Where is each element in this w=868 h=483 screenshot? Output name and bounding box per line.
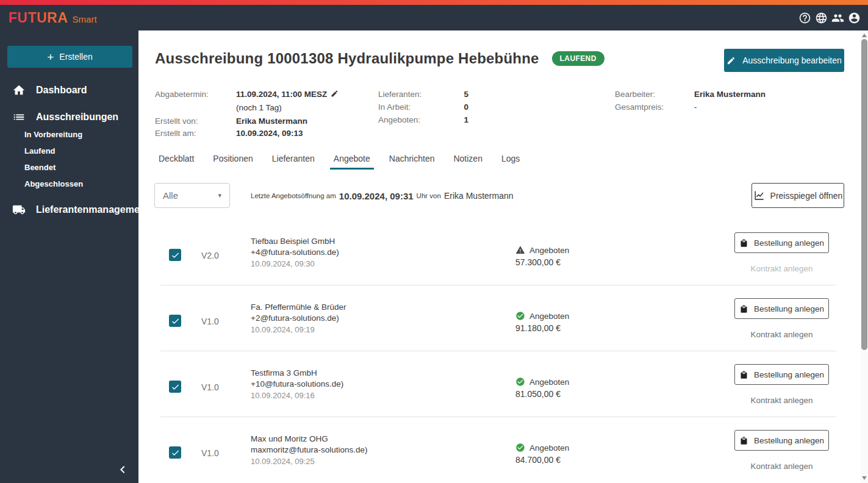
sidebar-collapse-button[interactable]	[115, 462, 130, 477]
tab-deckblatt[interactable]: Deckblatt	[155, 150, 198, 170]
vertical-scrollbar[interactable]	[861, 30, 868, 483]
last-opening-prefix: Letzte Angebotsöffnung am	[251, 192, 336, 199]
last-opening-info: Letzte Angebotsöffnung am 10.09.2024, 09…	[251, 184, 513, 208]
supplier-info: Fa. Pfeffermühle & Brüder +2@futura-solu…	[251, 302, 346, 335]
tab-lieferanten[interactable]: Lieferanten	[268, 150, 318, 170]
total-price-label: Gesamtpreis:	[615, 102, 664, 112]
chevron-down-icon: ▾	[218, 191, 221, 199]
account-icon[interactable]	[847, 11, 861, 24]
create-order-button[interactable]: Bestellung anlegen	[734, 430, 829, 451]
plus-icon: +	[47, 51, 54, 63]
deadline-value: 11.09.2024, 11:00 MESZ	[236, 90, 339, 99]
offer-status-text: Angeboten	[529, 246, 569, 255]
sidebar-item-abgeschlossen[interactable]: Abgeschlossen	[24, 179, 83, 188]
created-at-label: Erstellt am:	[155, 129, 196, 138]
create-contract-link[interactable]: Kontrakt anlegen	[734, 396, 829, 405]
create-contract-link[interactable]: Kontrakt anlegen	[734, 264, 829, 273]
pencil-icon	[726, 56, 736, 65]
offer-filter-value: Alle	[163, 190, 178, 201]
app-screen: FUTURA Smart + Erstellen Dashboard	[0, 0, 868, 483]
offer-status-text: Angeboten	[529, 312, 569, 321]
create-order-label: Bestellung anlegen	[754, 370, 824, 379]
offer-status: Angeboten 91.180,00 €	[515, 311, 569, 333]
tab-logs[interactable]: Logs	[498, 150, 523, 170]
check-icon	[171, 317, 180, 326]
offer-checkbox[interactable]	[169, 381, 181, 393]
offer-filter-dropdown[interactable]: Alle ▾	[154, 183, 230, 208]
offer-price: 81.050,00 €	[515, 389, 569, 399]
scroll-up-arrow-icon[interactable]	[862, 34, 867, 37]
supplier-info: Testfirma 3 GmbH +10@futura-solutions.de…	[251, 368, 343, 401]
offer-row: V1.0 Testfirma 3 GmbH +10@futura-solutio…	[160, 351, 836, 417]
tab-notizen[interactable]: Notizen	[450, 150, 486, 170]
sidebar-item-laufend[interactable]: Laufend	[24, 146, 56, 156]
editor-value: Erika Mustermann	[694, 90, 766, 99]
offer-checkbox[interactable]	[169, 249, 181, 261]
sidebar-item-lieferantenmanagement[interactable]: Lieferantenmanagement	[0, 203, 138, 216]
page-header: Ausschreibung 10001308 Hydraulikpumpe He…	[155, 50, 604, 67]
supplier-name: Tiefbau Beispiel GmbH	[251, 236, 339, 247]
create-order-label: Bestellung anlegen	[754, 436, 824, 445]
logo-smart: Smart	[73, 14, 97, 24]
sidebar-item-beendet[interactable]: Beendet	[24, 163, 56, 172]
create-order-button[interactable]: Bestellung anlegen	[734, 232, 829, 253]
create-order-button[interactable]: Bestellung anlegen	[734, 364, 829, 385]
edit-tender-button[interactable]: Ausschreibung bearbeiten	[724, 49, 844, 72]
suppliers-label: Lieferanten:	[378, 90, 421, 99]
supplier-name: Max und Moritz OHG	[251, 434, 368, 445]
create-order-button[interactable]: Bestellung anlegen	[734, 298, 829, 319]
offer-price: 57.300,00 €	[515, 257, 569, 267]
logo-futura: FUTURA	[9, 10, 68, 26]
check-circle-icon	[515, 311, 525, 321]
app-logo: FUTURA Smart	[7, 10, 97, 26]
scroll-down-arrow-icon[interactable]	[862, 476, 867, 480]
supplier-email: +2@futura-solutions.de)	[251, 313, 346, 324]
edit-tender-button-label: Ausschreibung bearbeiten	[742, 55, 842, 65]
supplier-name: Testfirma 3 GmbH	[251, 368, 343, 379]
offer-status: Angeboten 84.700,00 €	[515, 443, 569, 465]
topbar-icons	[798, 11, 861, 24]
created-at-value: 10.09.2024, 09:13	[236, 129, 303, 138]
supplier-email: maxmoritz@futura-solutions.de)	[251, 445, 368, 456]
created-by-value: Erika Mustermann	[236, 116, 307, 126]
offer-row: V1.0 Max und Moritz OHG maxmoritz@futura…	[160, 417, 836, 483]
main-content: Ausschreibung 10001308 Hydraulikpumpe He…	[138, 30, 868, 483]
offer-actions: Bestellung anlegen Kontrakt anlegen	[734, 430, 829, 471]
offer-status: Angeboten 57.300,00 €	[515, 245, 569, 267]
sidebar-item-ausschreibungen[interactable]: Ausschreibungen	[0, 110, 138, 124]
create-contract-link[interactable]: Kontrakt anlegen	[734, 330, 829, 339]
offer-version: V1.0	[201, 317, 219, 326]
offer-actions: Bestellung anlegen Kontrakt anlegen	[734, 364, 829, 405]
tab-positionen[interactable]: Positionen	[209, 150, 256, 170]
sidebar-item-label: Lieferantenmanagement	[36, 204, 149, 215]
sidebar-item-dashboard[interactable]: Dashboard	[0, 84, 138, 97]
create-contract-link[interactable]: Kontrakt anlegen	[734, 462, 829, 471]
help-icon[interactable]	[798, 11, 811, 24]
offer-date: 10.09.2024, 09:19	[251, 324, 346, 335]
bag-icon	[739, 370, 748, 379]
open-price-mirror-button[interactable]: Preisspiegel öffnen	[751, 183, 844, 208]
offer-actions: Bestellung anlegen Kontrakt anlegen	[734, 298, 829, 339]
create-button-label: Erstellen	[59, 52, 92, 62]
suppliers-value: 5	[432, 90, 468, 99]
offer-checkbox[interactable]	[169, 315, 181, 327]
create-button[interactable]: + Erstellen	[7, 46, 132, 68]
language-globe-icon[interactable]	[814, 11, 828, 24]
deadline-note: (noch 1 Tag)	[236, 103, 282, 112]
offer-checkbox[interactable]	[169, 446, 181, 459]
total-price-value: -	[694, 102, 697, 112]
tab-angebote[interactable]: Angebote	[330, 150, 374, 170]
scrollbar-thumb[interactable]	[861, 39, 867, 350]
page-title: Ausschreibung 10001308 Hydraulikpumpe He…	[155, 50, 539, 67]
last-opening-date: 10.09.2024, 09:31	[339, 191, 414, 201]
sidebar-item-in-vorbereitung[interactable]: In Vorbereitung	[24, 130, 82, 139]
offer-version: V1.0	[201, 382, 219, 392]
offer-version: V2.0	[201, 251, 219, 260]
offer-status-text: Angeboten	[529, 443, 569, 453]
supplier-info: Tiefbau Beispiel GmbH +4@futura-solution…	[251, 236, 339, 270]
tab-nachrichten[interactable]: Nachrichten	[386, 150, 439, 170]
users-icon[interactable]	[831, 11, 844, 24]
tender-details: Abgabetermin: 11.09.2024, 11:00 MESZ (no…	[155, 88, 844, 146]
list-icon	[12, 110, 26, 124]
edit-deadline-icon[interactable]	[331, 90, 339, 98]
